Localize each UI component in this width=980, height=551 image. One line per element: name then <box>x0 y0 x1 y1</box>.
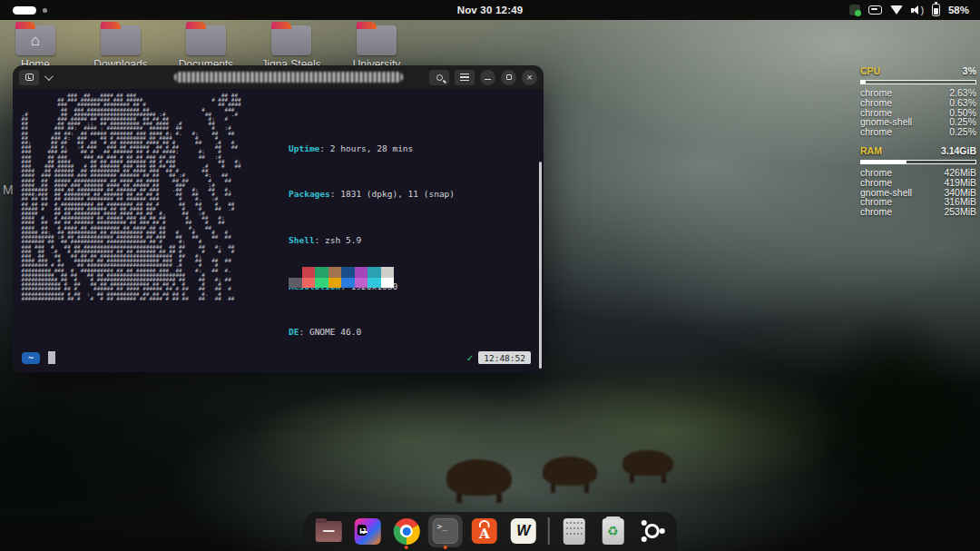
palette-swatch <box>381 267 395 278</box>
palette-swatch <box>341 267 355 278</box>
wallpaper-bison-2 <box>543 457 597 486</box>
neofetch-info-line: Uptime: 2 hours, 28 mins <box>289 143 527 155</box>
wallpaper-tree <box>817 309 971 490</box>
chrome-icon <box>393 518 419 545</box>
intellij-icon: IJ <box>354 518 380 545</box>
process-row: chrome253MiB <box>860 207 976 217</box>
dock: IJ >_ A W ♻ <box>304 512 677 551</box>
battery-percent: 58% <box>948 5 969 15</box>
workspace-pill-active[interactable] <box>13 6 36 15</box>
desktop-folder[interactable]: ⌂ Home <box>5 25 65 71</box>
documents-list-icon <box>563 518 584 545</box>
cpu-process-list: chrome2.63%chrome0.63%chrome0.50%gnome-s… <box>860 88 976 137</box>
palette-swatch <box>381 278 395 289</box>
prompt-path-badge: ~ <box>22 352 40 364</box>
tablet-indicator-icon[interactable] <box>868 5 882 15</box>
new-tab-icon <box>25 74 34 81</box>
wifi-icon[interactable] <box>890 5 903 15</box>
dock-item-trash[interactable]: ♻ <box>596 516 629 546</box>
search-button[interactable] <box>429 70 449 85</box>
desktop-folder[interactable]: University <box>347 25 407 71</box>
window-title-redacted <box>174 72 403 83</box>
tab-chevron-icon[interactable] <box>44 72 54 81</box>
process-row: chrome0.63% <box>860 98 976 108</box>
palette-swatch <box>368 267 381 278</box>
menu-button[interactable] <box>455 70 475 85</box>
tray-app-icon[interactable] <box>849 5 860 15</box>
neofetch-color-palette <box>289 267 394 288</box>
folder-icon[interactable]: ⌂ <box>15 25 55 55</box>
home-glyph <box>271 25 311 55</box>
palette-row-bright <box>289 278 394 289</box>
desktop-folder[interactable]: Downloads <box>91 25 151 71</box>
minimize-icon <box>485 79 491 81</box>
close-button[interactable]: × <box>522 70 537 85</box>
workspace-indicator[interactable] <box>0 6 47 15</box>
cpu-bar <box>860 80 976 84</box>
minimize-button[interactable] <box>480 70 495 85</box>
folder-icon[interactable] <box>271 25 311 55</box>
system-tray[interactable]: ) 58% <box>849 4 980 16</box>
new-tab-button[interactable] <box>19 70 39 85</box>
neofetch-info-line: Shell: zsh 5.9 <box>289 235 527 247</box>
dock-item-intellij[interactable]: IJ <box>351 516 384 546</box>
dock-item-w-app[interactable]: W <box>507 516 540 546</box>
ram-total: 3.14GiB <box>941 145 976 156</box>
cpu-header: CPU 3% <box>860 65 976 76</box>
clock-button[interactable]: Nov 30 12:49 <box>457 5 524 15</box>
palette-swatch <box>315 267 328 278</box>
folder-icon[interactable] <box>357 25 397 55</box>
home-glyph <box>357 25 397 55</box>
desktop-folder[interactable]: Documents <box>176 25 236 71</box>
dock-item-terminal[interactable]: >_ <box>429 516 462 546</box>
wallpaper-bison-1 <box>446 459 512 496</box>
dock-separator <box>548 517 550 545</box>
dock-item-documents-list[interactable] <box>557 516 590 546</box>
ubuntu-logo-icon <box>640 519 663 543</box>
battery-icon[interactable] <box>932 4 940 16</box>
terminal-window[interactable]: × ### ## #### ## ### ## ## ## ### ######… <box>13 65 544 372</box>
folder-icon[interactable] <box>186 25 226 55</box>
terminal-titlebar[interactable]: × <box>13 65 544 89</box>
palette-swatch <box>341 278 355 289</box>
dock-item-app-center[interactable]: A <box>468 516 501 546</box>
desktop-icons: ⌂ Home Downloads Documents Jigna Steels … <box>5 25 407 71</box>
process-row: chrome0.25% <box>860 127 976 137</box>
terminal-body[interactable]: ### ## #### ## ### ## ## ## ### ########… <box>13 89 544 372</box>
folder-icon[interactable] <box>101 25 141 55</box>
volume-icon[interactable]: ) <box>911 5 924 15</box>
palette-swatch <box>289 267 302 278</box>
wallpaper-bison-3 <box>622 450 673 476</box>
neofetch-info: Uptime: 2 hours, 28 mins Packages: 1831 … <box>289 97 527 372</box>
terminal-cursor <box>48 351 55 364</box>
running-indicator <box>405 546 408 549</box>
ram-header: RAM 3.14GiB <box>860 145 976 156</box>
w-app-icon: W <box>511 518 536 544</box>
maximize-icon <box>506 74 512 80</box>
palette-swatch <box>355 278 368 289</box>
dock-item-chrome[interactable] <box>390 516 423 546</box>
app-center-icon: A <box>472 518 497 544</box>
top-bar: Nov 30 12:49 ) 58% <box>0 0 980 20</box>
shell-prompt-row[interactable]: ~ ✓ 12:48:52 <box>22 350 531 365</box>
palette-row-normal <box>289 267 394 278</box>
neofetch-info-line: Packages: 1831 (dpkg), 11 (snap) <box>289 189 527 201</box>
desktop-folder[interactable]: Jigna Steels <box>261 25 321 71</box>
system-monitor-widget: CPU 3% chrome2.63%chrome0.63%chrome0.50%… <box>860 65 976 225</box>
ram-process-list: chrome426MiBchrome419MiBgnome-shell340Mi… <box>860 168 976 217</box>
terminal-scrollbar[interactable] <box>539 162 543 369</box>
palette-swatch <box>302 278 316 289</box>
neofetch-ascii-art: ### ## #### ## ### ## ## ## ### ########… <box>18 93 241 300</box>
home-glyph <box>101 25 141 55</box>
neofetch-info-line: DE: GNOME 46.0 <box>289 327 527 339</box>
dock-item-files[interactable] <box>312 516 345 546</box>
focused-app-highlight <box>428 515 463 547</box>
maximize-button[interactable] <box>501 70 516 85</box>
dock-item-show-apps[interactable] <box>635 516 668 546</box>
workspace-dot[interactable] <box>43 8 47 13</box>
search-icon <box>436 74 443 81</box>
process-row: chrome419MiB <box>860 178 976 188</box>
ram-label: RAM <box>860 145 882 156</box>
ram-bar <box>860 160 976 164</box>
cpu-label: CPU <box>860 65 880 76</box>
